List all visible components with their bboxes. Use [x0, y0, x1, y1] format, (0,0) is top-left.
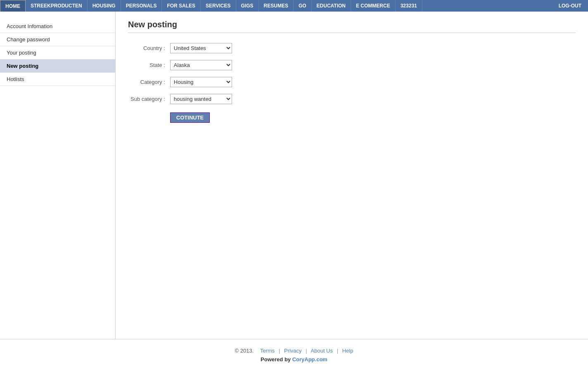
continue-button[interactable]: COTINUTE	[170, 112, 210, 123]
powered-by: Powered by CoryApp.com	[0, 356, 588, 362]
coryapp-link[interactable]: CoryApp.com	[292, 356, 327, 362]
country-row: Country : United StatesCanadaUnited King…	[128, 40, 235, 57]
sep4: |	[337, 348, 338, 354]
nav-item-personals[interactable]: PERSONALS	[121, 0, 162, 12]
category-row: Category : HousingJobsFor SaleServicesPe…	[128, 74, 235, 91]
subcategory-select[interactable]: housing wantedhousing offeredvacation re…	[170, 94, 232, 104]
new-posting-form: Country : United StatesCanadaUnited King…	[128, 40, 235, 126]
subcategory-label: Sub category :	[128, 91, 168, 107]
state-row: State : AlaskaAlabamaArizonaArkansasCali…	[128, 57, 235, 74]
powered-by-text: Powered by	[261, 356, 292, 362]
terms-link[interactable]: Terms	[260, 348, 275, 354]
sep2: |	[279, 348, 280, 354]
top-navigation: HOMESTREEKPRODUCTENHOUSINGPERSONALSFOR S…	[0, 0, 588, 12]
sidebar-item-change-password[interactable]: Change password	[0, 33, 115, 46]
sidebar-item-your-posting[interactable]: Your posting	[0, 46, 115, 60]
sidebar-item-hotlists[interactable]: Hotlists	[0, 73, 115, 86]
main-layout: Account InfomationChange passwordYour po…	[0, 12, 588, 339]
state-label: State :	[128, 57, 168, 74]
category-label: Category :	[128, 74, 168, 91]
sidebar: Account InfomationChange passwordYour po…	[0, 12, 116, 339]
page-title: New posting	[128, 20, 576, 33]
state-select[interactable]: AlaskaAlabamaArizonaArkansasCaliforniaCo…	[170, 60, 232, 70]
privacy-link[interactable]: Privacy	[284, 348, 302, 354]
nav-item-for-sales[interactable]: FOR SALES	[162, 0, 201, 12]
country-label: Country :	[128, 40, 168, 57]
nav-item-resumes[interactable]: RESUMES	[259, 0, 294, 12]
sidebar-item-account-infomation[interactable]: Account Infomation	[0, 20, 115, 33]
aboutus-link[interactable]: About Us	[311, 348, 333, 354]
nav-item-education[interactable]: EDUCATION	[312, 0, 351, 12]
continue-row: COTINUTE	[128, 107, 235, 126]
category-select[interactable]: HousingJobsFor SaleServicesPersonals	[170, 77, 232, 87]
nav-item-services[interactable]: SERVICES	[201, 0, 236, 12]
footer-links: © 2013. Terms | Privacy | About Us | Hel…	[0, 348, 588, 354]
subcategory-row: Sub category : housing wantedhousing off…	[128, 91, 235, 107]
main-content: New posting Country : United StatesCanad…	[116, 12, 588, 339]
nav-item-e-commerce[interactable]: E COMMERCE	[351, 0, 396, 12]
nav-item-323231[interactable]: 323231	[396, 0, 422, 12]
nav-item-housing[interactable]: HOUSING	[88, 0, 121, 12]
help-link[interactable]: Help	[342, 348, 353, 354]
nav-item-go[interactable]: GO	[294, 0, 312, 12]
nav-item-home[interactable]: HOME	[0, 0, 26, 12]
nav-spacer	[422, 0, 552, 12]
logout-button[interactable]: LOG-OUT	[552, 0, 588, 12]
copyright-text: © 2013.	[235, 348, 254, 354]
country-select[interactable]: United StatesCanadaUnited KingdomAustral…	[170, 43, 232, 53]
sidebar-item-new-posting[interactable]: New posting	[0, 60, 115, 73]
nav-item-streekproducten[interactable]: STREEKPRODUCTEN	[26, 0, 88, 12]
footer: © 2013. Terms | Privacy | About Us | Hel…	[0, 339, 588, 367]
sep3: |	[306, 348, 307, 354]
nav-item-gigs[interactable]: GIGS	[236, 0, 259, 12]
